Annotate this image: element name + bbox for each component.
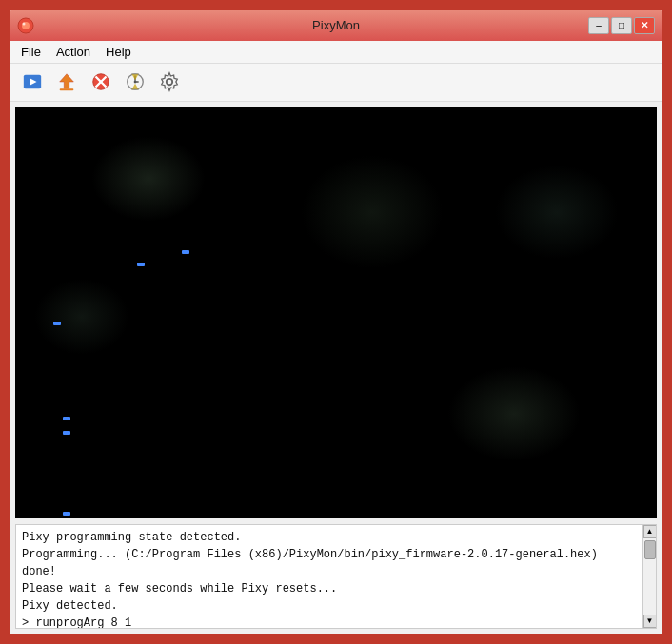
title-bar: PixyMon – □ ✕ (10, 10, 662, 41)
app-icon (17, 17, 34, 34)
log-scrollbar-area: Pixy programming state detected. Program… (16, 525, 656, 628)
log-line-0: Pixy programming state detected. (22, 529, 637, 546)
svg-point-2 (23, 22, 26, 25)
log-line-1: Programming... (C:/Program Files (x86)/P… (22, 546, 637, 563)
scroll-track[interactable] (644, 538, 656, 615)
main-window: PixyMon – □ ✕ File Action Help (8, 9, 664, 636)
log-content[interactable]: Pixy programming state detected. Program… (16, 525, 642, 628)
menu-item-help[interactable]: Help (98, 43, 139, 61)
bg-blob-1 (91, 136, 206, 222)
stop-button[interactable] (86, 68, 116, 96)
svg-marker-5 (60, 74, 74, 89)
detection-dot-3 (53, 322, 61, 325)
main-content: Pixy programming state detected. Program… (10, 102, 662, 634)
title-buttons: – □ ✕ (588, 17, 655, 34)
scroll-thumb[interactable] (644, 540, 656, 559)
log-line-5: > runprogArg 8 1 (22, 615, 637, 628)
camera-background (15, 107, 657, 518)
detection-dot-6 (63, 512, 70, 516)
bg-blob-2 (301, 155, 444, 269)
log-line-3: Please wait a few seconds while Pixy res… (22, 580, 637, 597)
log-area: Pixy programming state detected. Program… (15, 524, 657, 629)
maximize-button[interactable]: □ (611, 17, 632, 34)
detection-dot-1 (182, 250, 189, 254)
scroll-up-button[interactable]: ▲ (643, 525, 657, 538)
settings-button[interactable] (154, 68, 185, 96)
log-line-4: Pixy detected. (22, 597, 637, 615)
bg-blob-5 (447, 366, 581, 461)
camera-view (15, 107, 657, 518)
minimize-button[interactable]: – (588, 17, 609, 34)
svg-point-13 (134, 81, 137, 84)
log-text-area: Pixy programming state detected. Program… (16, 525, 642, 628)
log-line-2: done! (22, 563, 637, 580)
bg-blob-4 (34, 279, 129, 355)
toolbar (10, 64, 662, 102)
detection-dot-4 (63, 417, 70, 420)
svg-point-18 (167, 79, 172, 85)
detection-dot-2 (137, 263, 145, 266)
scroll-down-button[interactable]: ▼ (643, 615, 657, 628)
camera-button[interactable] (17, 68, 48, 96)
svg-rect-6 (60, 88, 74, 90)
bg-blob-3 (495, 165, 619, 260)
log-scrollbar: ▲ ▼ (642, 525, 656, 628)
svg-marker-14 (131, 74, 138, 80)
detection-dot-5 (63, 431, 70, 435)
title-bar-left (17, 17, 34, 34)
menu-item-action[interactable]: Action (49, 43, 98, 61)
record-button[interactable] (120, 68, 150, 96)
svg-marker-15 (131, 84, 138, 89)
menu-bar: File Action Help (10, 41, 662, 64)
window-title: PixyMon (312, 18, 360, 32)
menu-item-file[interactable]: File (13, 43, 49, 61)
close-button[interactable]: ✕ (634, 17, 655, 34)
upload-button[interactable] (51, 68, 82, 96)
